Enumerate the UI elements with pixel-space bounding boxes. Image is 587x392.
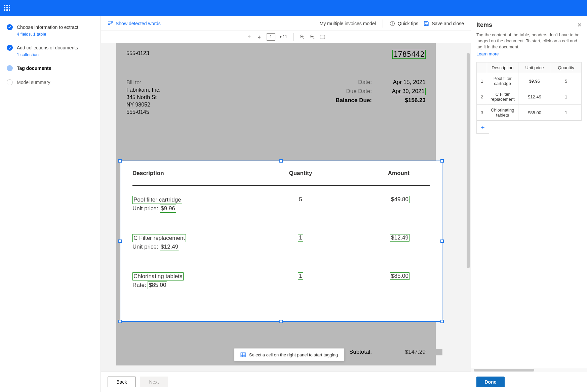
desc-tag[interactable]: C Filter replacement xyxy=(132,234,186,242)
table-selection-region[interactable]: Description Quantity Amount Pool filter … xyxy=(120,161,442,322)
help-icon: ? xyxy=(390,21,395,26)
cell-description[interactable]: Pool filter cartridge xyxy=(487,73,518,89)
save-and-close-button[interactable]: Save and close xyxy=(424,21,464,26)
cell-quantity[interactable]: 1 xyxy=(551,89,581,105)
table-icon xyxy=(240,352,246,357)
items-table: Description Unit price Quantity 1 Pool f… xyxy=(476,62,582,121)
table-row[interactable]: 1 Pool filter cartridge $9.96 5 xyxy=(477,73,581,89)
bill-to-label: Bill to: xyxy=(126,79,160,86)
unit-label: Rate: xyxy=(132,282,146,288)
balance-due-value: $156.23 xyxy=(385,97,426,104)
page-number-input[interactable] xyxy=(267,33,275,41)
step-title: Choose information to extract xyxy=(17,24,78,30)
amount-tag[interactable]: $85.00 xyxy=(390,272,409,280)
document-toolbar: Show detected words My multiple invoices… xyxy=(101,16,471,31)
step-subtitle: 4 fields, 1 table xyxy=(17,32,78,37)
top-bar xyxy=(0,0,587,16)
items-panel: Items ✕ Tag the content of the table, he… xyxy=(471,16,587,392)
date-label: Date: xyxy=(331,79,372,86)
step-model-summary[interactable]: Model summary xyxy=(7,79,94,85)
unit-price-tag[interactable]: $12.49 xyxy=(160,243,179,251)
model-name-label: My multiple invoices model xyxy=(320,21,376,26)
arrow-down-icon[interactable] xyxy=(257,34,262,40)
resize-handle[interactable] xyxy=(118,239,122,243)
add-row-button[interactable]: ＋ xyxy=(476,121,489,134)
amount-tag[interactable]: $12.49 xyxy=(390,234,409,242)
unit-price-tag[interactable]: $85.00 xyxy=(148,281,167,289)
step-title: Tag documents xyxy=(17,65,51,71)
cell-unit-price[interactable]: $85.00 xyxy=(518,105,551,121)
unit-price-tag[interactable]: $9.96 xyxy=(160,205,176,213)
date-value: Apr 15, 2021 xyxy=(385,79,426,86)
po-number-tag[interactable]: 1785442 xyxy=(392,50,426,59)
col-header-amount: Amount xyxy=(334,170,430,177)
check-icon xyxy=(7,24,13,30)
svg-rect-0 xyxy=(111,21,113,23)
resize-handle[interactable] xyxy=(118,159,122,163)
svg-rect-6 xyxy=(241,353,245,357)
scrollbar-track[interactable] xyxy=(466,43,471,371)
bill-to-line: NY 98052 xyxy=(126,101,160,108)
resize-handle[interactable] xyxy=(279,320,283,323)
back-button[interactable]: Back xyxy=(108,377,136,387)
resize-handle[interactable] xyxy=(118,320,122,323)
step-title: Add collections of documents xyxy=(17,45,78,51)
learn-more-link[interactable]: Learn more xyxy=(476,51,582,56)
save-icon xyxy=(424,21,429,26)
bill-to-line: 345 North St xyxy=(126,94,160,101)
document-canvas[interactable]: 555-0123 1785442 Bill to: Fabrika xyxy=(101,43,471,371)
separator xyxy=(293,33,294,41)
resize-handle[interactable] xyxy=(279,159,283,163)
table-row: C Filter replacement Unit price: $12.49 … xyxy=(132,234,430,251)
panel-help-text: Tag the content of the table, headers do… xyxy=(476,32,582,50)
qty-tag[interactable]: 1 xyxy=(298,272,303,280)
cell-quantity[interactable]: 5 xyxy=(551,73,581,89)
qty-tag[interactable]: 5 xyxy=(298,196,303,203)
app-launcher-icon[interactable] xyxy=(4,5,11,11)
page-count-label: of 1 xyxy=(280,34,287,39)
desc-tag[interactable]: Chlorinating tablets xyxy=(132,272,184,280)
cell-description[interactable]: C Filter replacement xyxy=(487,89,518,105)
bill-to-line: 555-0145 xyxy=(126,108,160,116)
amount-tag[interactable]: $49.80 xyxy=(390,196,409,203)
text-annotation-icon xyxy=(108,21,113,26)
quick-tips-button[interactable]: ? Quick tips xyxy=(390,21,418,26)
show-detected-words-button[interactable]: Show detected words xyxy=(108,21,161,26)
step-tag-documents[interactable]: Tag documents xyxy=(7,65,94,71)
zoom-in-icon[interactable] xyxy=(310,34,315,40)
subtotal-value: $147.29 xyxy=(385,349,426,355)
toolbar-label: Show detected words xyxy=(116,21,161,26)
resize-handle[interactable] xyxy=(440,320,444,323)
steps-sidebar: Choose information to extract 4 fields, … xyxy=(0,16,101,392)
close-icon[interactable]: ✕ xyxy=(577,22,582,28)
cell-unit-price[interactable]: $12.49 xyxy=(518,89,551,105)
cell-description[interactable]: Chlorinating tablets xyxy=(487,105,518,121)
done-button[interactable]: Done xyxy=(476,377,505,387)
col-header-index xyxy=(477,62,487,73)
horizontal-scrollbar[interactable] xyxy=(471,368,587,372)
cell-quantity[interactable]: 1 xyxy=(551,105,581,121)
table-row[interactable]: 2 C Filter replacement $12.49 1 xyxy=(477,89,581,105)
qty-tag[interactable]: 1 xyxy=(298,234,303,242)
panel-title: Items xyxy=(476,21,492,29)
step-subtitle: 1 collection xyxy=(17,52,78,57)
due-date-tag[interactable]: Apr 30, 2021 xyxy=(391,88,426,95)
arrow-up-icon[interactable] xyxy=(246,34,252,40)
table-row[interactable]: 3 Chlorinating tablets $85.00 1 xyxy=(477,105,581,121)
resize-handle[interactable] xyxy=(440,239,444,243)
zoom-out-icon[interactable] xyxy=(300,34,305,40)
table-row: Chlorinating tablets Rate: $85.00 1 $85.… xyxy=(132,272,430,289)
col-header-description: Description xyxy=(132,170,267,177)
step-add-collections[interactable]: Add collections of documents 1 collectio… xyxy=(7,45,94,57)
unit-label: Unit price: xyxy=(132,244,158,250)
resize-handle[interactable] xyxy=(440,159,444,163)
cell-unit-price[interactable]: $9.96 xyxy=(518,73,551,89)
step-choose-information[interactable]: Choose information to extract 4 fields, … xyxy=(7,24,94,37)
col-header-quantity: Quantity xyxy=(267,170,334,177)
col-header-unit-price: Unit price xyxy=(518,62,551,73)
scrollbar-thumb[interactable] xyxy=(467,53,470,268)
desc-tag[interactable]: Pool filter cartridge xyxy=(132,196,182,204)
fit-page-icon[interactable] xyxy=(320,34,325,40)
balance-due-label: Balance Due: xyxy=(331,97,372,104)
separator xyxy=(383,19,383,28)
